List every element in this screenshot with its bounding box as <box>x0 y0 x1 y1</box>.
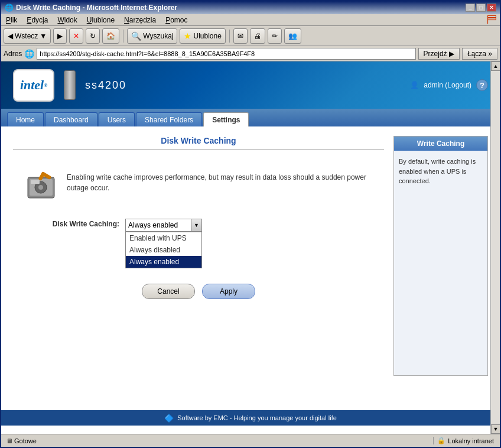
sidebar-title: Write Caching <box>394 137 487 151</box>
user-icon: 👤 <box>410 81 419 89</box>
apply-button[interactable]: Apply <box>202 284 255 299</box>
status-bar: 🖥 Gotowe 🔒 Lokalny intranet <box>1 434 500 447</box>
go-button[interactable]: Przejdź ▶ <box>418 48 460 60</box>
messenger-icon: 👥 <box>288 32 297 40</box>
edit-icon: ✏ <box>272 32 278 40</box>
page-title: Disk Write Caching <box>13 136 384 150</box>
edit-button[interactable]: ✏ <box>268 28 282 44</box>
menu-file[interactable]: Plik <box>4 15 19 25</box>
toolbar-separator <box>123 30 123 43</box>
title-bar: 🌐 Disk Write Caching - Microsoft Interne… <box>1 1 500 14</box>
forward-arrow-icon: ▶ <box>57 32 63 40</box>
back-button[interactable]: ◀ Wstecz ▼ <box>4 28 51 44</box>
search-glass-icon: 🔍 <box>131 31 141 41</box>
menu-tools[interactable]: Narzędzia <box>122 15 158 25</box>
option-enabled-ups[interactable]: Enabled with UPS <box>126 232 201 244</box>
menu-bar: Plik Edycja Widok Ulubione Narzędzia Pom… <box>1 14 500 26</box>
minimize-button[interactable]: _ <box>466 4 475 12</box>
address-icon: 🌐 <box>24 49 34 59</box>
info-row: Enabling write cache improves performanc… <box>25 168 372 201</box>
menu-help[interactable]: Pomoc <box>163 15 190 25</box>
browser-content: intel ® ss4200 👤 admin (Logout) ? Home <box>1 61 500 434</box>
star-icon: ★ <box>184 31 191 41</box>
scroll-down-button[interactable]: ▼ <box>491 424 500 434</box>
dropdown-arrow-btn[interactable]: ▼ <box>191 219 202 232</box>
tab-home[interactable]: Home <box>7 112 44 126</box>
scroll-track[interactable] <box>491 71 500 424</box>
home-button[interactable]: 🏠 <box>102 28 119 44</box>
toolbar: ◀ Wstecz ▼ ▶ ✕ ↻ 🏠 🔍 Wyszukaj ★ Ulubione… <box>1 26 500 46</box>
scroll-up-button[interactable]: ▲ <box>491 61 500 71</box>
stop-button[interactable]: ✕ <box>69 28 83 44</box>
forward-button[interactable]: ▶ <box>53 28 67 44</box>
mail-icon: ✉ <box>238 32 243 40</box>
svg-rect-4 <box>31 180 40 184</box>
status-icon: 🖥 <box>6 437 12 444</box>
favorites-button[interactable]: ★ Ulubione <box>180 28 225 44</box>
intel-logo: intel ® <box>13 69 54 102</box>
window-icon: 🌐 <box>5 4 14 12</box>
cancel-button[interactable]: Cancel <box>142 284 195 299</box>
main-content: Disk Write Caching <box>13 136 384 401</box>
disk-icon <box>25 168 57 201</box>
refresh-button[interactable]: ↻ <box>86 28 100 44</box>
address-input[interactable] <box>37 48 415 60</box>
dropdown-container: Always enabled ▼ Enabled with UPS Always… <box>125 219 202 232</box>
svg-point-3 <box>38 185 43 190</box>
form-row: Disk Write Caching: Always enabled ▼ Ena… <box>25 219 372 232</box>
zone-text: Lokalny intranet <box>448 437 494 444</box>
option-always-disabled[interactable]: Always disabled <box>126 244 201 256</box>
messenger-button[interactable]: 👥 <box>284 28 301 44</box>
option-always-enabled[interactable]: Always enabled <box>126 256 201 268</box>
lock-icon: 🔒 <box>437 437 445 444</box>
windows-flag-icon: ⛿ <box>487 14 497 26</box>
home-icon: 🏠 <box>106 32 115 40</box>
restore-button[interactable]: □ <box>476 4 486 12</box>
search-button[interactable]: 🔍 Wyszukaj <box>127 28 177 44</box>
site-header: intel ® ss4200 👤 admin (Logout) ? <box>1 61 500 109</box>
footer: 🔷 Software by EMC - Helping you manage y… <box>1 410 500 426</box>
sidebar: Write Caching By default, write caching … <box>393 136 488 401</box>
links-button[interactable]: Łącza » <box>462 48 497 60</box>
tab-dashboard[interactable]: Dashboard <box>45 112 97 126</box>
address-label: Adres <box>4 50 22 58</box>
tab-shared-folders[interactable]: Shared Folders <box>136 112 202 126</box>
footer-icon: 🔷 <box>164 414 174 423</box>
device-icon <box>64 70 76 100</box>
sidebar-box: Write Caching By default, write caching … <box>393 136 488 376</box>
print-button[interactable]: 🖨 <box>250 28 265 44</box>
tab-settings[interactable]: Settings <box>203 112 249 126</box>
window-title: Disk Write Caching - Microsoft Internet … <box>16 4 177 12</box>
stop-icon: ✕ <box>73 32 79 40</box>
print-icon: 🖨 <box>254 32 261 40</box>
mail-button[interactable]: ✉ <box>233 28 248 44</box>
address-bar: Adres 🌐 Przejdź ▶ Łącza » <box>1 46 500 61</box>
form-label: Disk Write Caching: <box>25 219 119 228</box>
help-button[interactable]: ? <box>476 79 488 91</box>
logout-link[interactable]: admin (Logout) <box>424 81 471 89</box>
close-button[interactable]: ✕ <box>487 4 496 12</box>
page-layout: Disk Write Caching <box>1 126 500 410</box>
button-row: Cancel Apply <box>13 274 384 309</box>
refresh-icon: ↻ <box>90 32 96 40</box>
back-dropdown-icon: ▼ <box>40 32 47 40</box>
footer-text: Software by EMC - Helping you manage you… <box>177 414 337 421</box>
tab-users[interactable]: Users <box>99 112 135 126</box>
status-text: Gotowe <box>14 437 37 444</box>
back-arrow-icon: ◀ <box>8 32 13 40</box>
dropdown-popup: Enabled with UPS Always disabled Always … <box>125 232 202 268</box>
nav-tabs: Home Dashboard Users Shared Folders Sett… <box>1 109 500 126</box>
selected-value-display[interactable]: Always enabled <box>125 219 191 232</box>
device-name: ss4200 <box>85 79 126 92</box>
menu-edit[interactable]: Edycja <box>24 15 50 25</box>
toolbar-separator2 <box>229 30 230 43</box>
info-text: Enabling write cache improves performanc… <box>67 168 372 193</box>
menu-view[interactable]: Widok <box>55 15 79 25</box>
vertical-scrollbar[interactable]: ▲ ▼ <box>490 61 500 434</box>
sidebar-content: By default, write caching is enabled whe… <box>394 151 487 375</box>
menu-favorites[interactable]: Ulubione <box>84 15 117 25</box>
